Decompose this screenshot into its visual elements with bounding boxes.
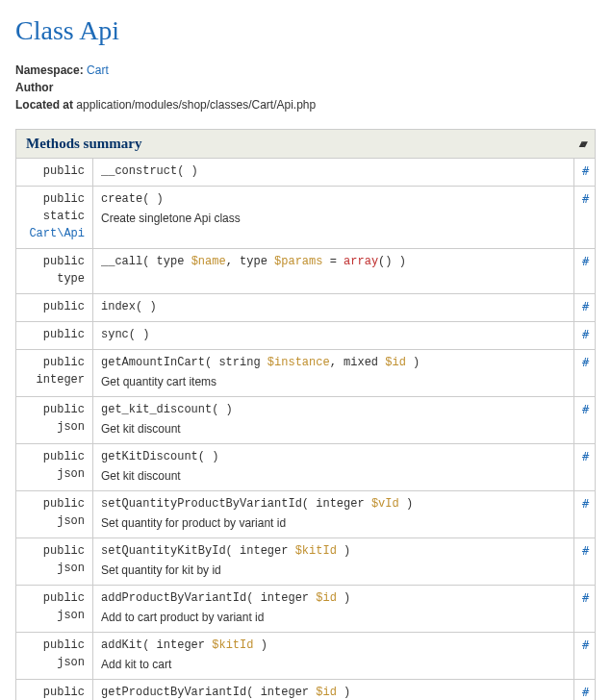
- author-label: Author: [15, 81, 53, 94]
- method-code: setQuantityProductByVariantId( integer $…: [101, 495, 566, 512]
- method-signature: setQuantityKitById( integer $kitId )Set …: [93, 538, 574, 586]
- method-row: publicjsongetProductByVariantId( integer…: [16, 680, 596, 701]
- method-code: index( ): [101, 298, 566, 315]
- method-anchor-link[interactable]: #: [582, 164, 589, 178]
- method-signature: index( ): [93, 294, 574, 322]
- method-anchor-cell: #: [574, 586, 596, 633]
- method-description: Add kit to cart: [101, 656, 566, 673]
- method-description: Create singletone Api class: [101, 210, 566, 227]
- method-code: __call( type $name, type $params = array…: [101, 253, 566, 270]
- return-type-link[interactable]: Cart\Api: [29, 227, 85, 240]
- method-anchor-cell: #: [574, 294, 596, 322]
- method-signature: setQuantityProductByVariantId( integer $…: [93, 491, 574, 538]
- method-row: publicjsonget_kit_discount( )Get kit dis…: [16, 397, 596, 444]
- method-code: __construct( ): [101, 162, 566, 180]
- method-signature: create( )Create singletone Api class: [93, 187, 574, 249]
- method-signature: getProductByVariantId( integer $id )Get …: [93, 680, 574, 701]
- method-modifiers: publicinteger: [16, 350, 93, 397]
- method-anchor-cell: #: [574, 322, 596, 350]
- method-modifiers: public: [16, 294, 93, 322]
- method-row: publicjsonsetQuantityKitById( integer $k…: [16, 538, 596, 586]
- located-at-label: Located at: [15, 98, 73, 112]
- method-row: publicsync( )#: [16, 322, 596, 350]
- method-anchor-link[interactable]: #: [582, 255, 589, 268]
- method-signature: getAmountInCart( string $instance, mixed…: [93, 350, 574, 397]
- method-modifiers: publictype: [16, 249, 93, 294]
- method-anchor-link[interactable]: #: [582, 450, 589, 463]
- method-code: sync( ): [101, 326, 566, 343]
- method-anchor-cell: #: [574, 187, 596, 249]
- method-anchor-link[interactable]: #: [582, 638, 589, 652]
- method-anchor-cell: #: [574, 538, 596, 586]
- method-modifiers: publicjson: [16, 444, 93, 491]
- method-row: publicjsonaddKit( integer $kitId )Add ki…: [16, 633, 596, 680]
- method-modifiers: publicjson: [16, 680, 93, 701]
- method-modifiers: publicjson: [16, 397, 93, 444]
- method-row: public__construct( )#: [16, 159, 596, 187]
- method-anchor-link[interactable]: #: [582, 192, 589, 206]
- method-anchor-link[interactable]: #: [582, 686, 589, 699]
- method-anchor-cell: #: [574, 680, 596, 701]
- method-signature: addProductByVariantId( integer $id )Add …: [93, 586, 574, 633]
- method-modifiers: publicjson: [16, 491, 93, 538]
- method-description: Set quantity for product by variant id: [101, 514, 566, 532]
- method-signature: get_kit_discount( )Get kit discount: [93, 397, 574, 444]
- method-modifiers: public: [16, 322, 93, 350]
- method-anchor-cell: #: [574, 633, 596, 680]
- method-modifiers: publicjson: [16, 586, 93, 633]
- method-code: addKit( integer $kitId ): [101, 637, 566, 654]
- class-meta: Namespace: Cart Author Located at applic…: [15, 62, 596, 113]
- method-code: getKitDiscount( ): [101, 448, 566, 465]
- method-anchor-link[interactable]: #: [582, 591, 589, 605]
- sort-icon[interactable]: ▴▾: [579, 138, 585, 150]
- method-anchor-link[interactable]: #: [582, 356, 589, 369]
- method-anchor-cell: #: [574, 491, 596, 538]
- method-signature: addKit( integer $kitId )Add kit to cart: [93, 633, 574, 680]
- method-row: publicjsonaddProductByVariantId( integer…: [16, 586, 596, 633]
- method-code: setQuantityKitById( integer $kitId ): [101, 542, 566, 560]
- method-row: publicjsonsetQuantityProductByVariantId(…: [16, 491, 596, 538]
- methods-summary-label: Methods summary: [26, 136, 141, 152]
- method-anchor-link[interactable]: #: [582, 544, 589, 558]
- method-row: publicindex( )#: [16, 294, 596, 322]
- method-description: Set quantity for kit by id: [101, 562, 566, 579]
- method-description: Get kit discount: [101, 420, 566, 438]
- method-signature: __construct( ): [93, 159, 574, 187]
- method-modifiers: publicjson: [16, 538, 93, 586]
- method-modifiers: publicstaticCart\Api: [16, 187, 93, 249]
- method-code: addProductByVariantId( integer $id ): [101, 589, 566, 607]
- method-description: Add to cart product by variant id: [101, 609, 566, 626]
- method-code: getAmountInCart( string $instance, mixed…: [101, 354, 566, 371]
- method-row: publictype__call( type $name, type $para…: [16, 249, 596, 294]
- method-anchor-link[interactable]: #: [582, 300, 589, 313]
- namespace-label: Namespace:: [15, 63, 84, 77]
- method-anchor-cell: #: [574, 350, 596, 397]
- method-signature: getKitDiscount( )Get kit discount: [93, 444, 574, 491]
- method-description: Get kit discount: [101, 467, 566, 485]
- method-anchor-link[interactable]: #: [582, 497, 589, 511]
- method-anchor-link[interactable]: #: [582, 328, 589, 341]
- method-description: Get quantity cart items: [101, 373, 566, 390]
- method-anchor-cell: #: [574, 249, 596, 294]
- method-anchor-cell: #: [574, 397, 596, 444]
- method-row: publicstaticCart\Apicreate( )Create sing…: [16, 187, 596, 249]
- located-at-value: application/modules/shop/classes/Cart/Ap…: [76, 98, 316, 112]
- method-code: getProductByVariantId( integer $id ): [101, 684, 566, 700]
- method-modifiers: publicjson: [16, 633, 93, 680]
- method-code: create( ): [101, 190, 566, 208]
- method-anchor-link[interactable]: #: [582, 403, 589, 416]
- method-signature: sync( ): [93, 322, 574, 350]
- method-signature: __call( type $name, type $params = array…: [93, 249, 574, 294]
- method-row: publicjsongetKitDiscount( )Get kit disco…: [16, 444, 596, 491]
- method-row: publicintegergetAmountInCart( string $in…: [16, 350, 596, 397]
- namespace-link[interactable]: Cart: [87, 63, 109, 77]
- method-modifiers: public: [16, 159, 93, 187]
- methods-table: public__construct( )#publicstaticCart\Ap…: [15, 158, 596, 700]
- method-anchor-cell: #: [574, 159, 596, 187]
- method-anchor-cell: #: [574, 444, 596, 491]
- methods-summary-caption: Methods summary ▴▾: [15, 129, 596, 158]
- page-title: Class Api: [15, 15, 596, 46]
- method-code: get_kit_discount( ): [101, 401, 566, 418]
